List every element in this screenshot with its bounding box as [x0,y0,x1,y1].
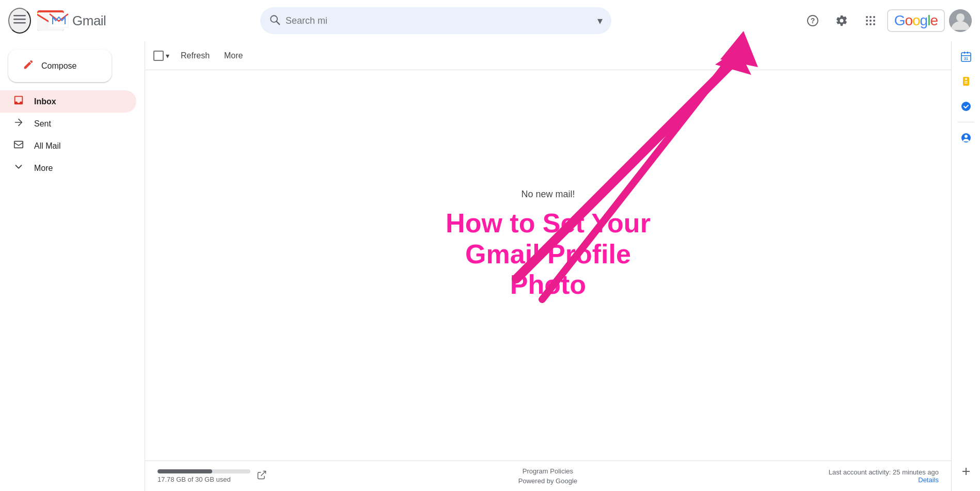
svg-rect-24 [967,52,968,54]
svg-rect-1 [13,19,26,20]
gmail-wordmark: Gmail [72,13,106,29]
search-input[interactable] [286,15,592,26]
footer-center: Program Policies Powered by Google [518,467,577,485]
sidebar-item-sent[interactable]: Sent [0,113,136,135]
svg-rect-30 [965,83,968,84]
search-icon [269,14,280,27]
svg-point-33 [965,135,968,138]
tasks-button[interactable] [955,95,977,118]
compose-button[interactable]: Compose [8,50,112,82]
gmail-logo: Gmail [37,10,106,31]
how-to-title: How to Set Your Gmail Profile Photo [446,208,651,300]
storage-text: 17.78 GB of 30 GB used [157,476,250,483]
svg-point-31 [961,102,971,111]
main-content-area: ▾ Refresh More No new mail! How to Set Y… [145,41,951,491]
svg-line-21 [261,471,265,476]
svg-rect-2 [13,22,26,24]
svg-rect-29 [965,81,968,82]
compose-icon [23,59,34,73]
svg-point-14 [873,20,875,22]
sidebar-item-inbox[interactable]: Inbox [0,90,136,113]
external-link-icon[interactable] [257,470,267,483]
svg-point-17 [873,23,875,25]
storage-fill [157,469,212,473]
compose-label: Compose [41,61,76,71]
avatar[interactable] [949,9,972,32]
svg-point-9 [866,16,868,18]
menu-button[interactable] [8,8,31,34]
svg-rect-0 [13,15,26,17]
last-activity-text: Last account activity: 25 minutes ago [829,468,939,476]
program-policies-link[interactable]: Program Policies [523,467,573,475]
svg-text:?: ? [810,17,815,25]
right-sidebar-divider [958,122,974,122]
svg-text:31: 31 [964,57,968,60]
svg-rect-23 [964,52,965,54]
inbox-label: Inbox [34,97,56,106]
allmail-icon [12,139,25,153]
svg-point-10 [870,16,872,18]
refresh-button[interactable]: Refresh [173,47,217,65]
allmail-label: All Mail [34,141,61,151]
footer-storage: 17.78 GB of 30 GB used [157,469,267,483]
header-actions: ? Google [800,8,972,33]
sent-icon [12,117,25,131]
no-mail-message: No new mail! [521,189,575,200]
settings-button[interactable] [829,8,854,33]
svg-line-6 [276,21,279,24]
header-left: Gmail [8,8,256,34]
inbox-icon [12,94,25,108]
search-bar[interactable]: ▾ [260,7,611,34]
body: Compose Inbox Sent [0,41,980,491]
sidebar: Compose Inbox Sent [0,41,145,491]
mail-content: No new mail! How to Set Your Gmail Profi… [145,70,951,461]
toolbar: ▾ Refresh More [145,41,951,70]
storage-bar [157,469,250,473]
select-dropdown-icon[interactable]: ▾ [166,52,169,60]
select-all-checkbox[interactable] [153,51,164,61]
right-sidebar: 31 [951,41,980,491]
svg-point-28 [965,78,967,80]
svg-point-12 [866,20,868,22]
svg-point-15 [866,23,868,25]
footer-activity: Last account activity: 25 minutes ago De… [829,468,939,484]
svg-rect-20 [14,141,23,148]
footer: 17.78 GB of 30 GB used Program Policies … [145,461,951,491]
apps-button[interactable] [858,8,883,33]
more-button[interactable]: More [217,47,250,65]
add-apps-button[interactable] [955,460,977,483]
sidebar-item-more[interactable]: More [0,157,136,179]
svg-point-19 [956,13,965,22]
google-branding[interactable]: Google [887,9,945,32]
svg-point-13 [870,20,872,22]
details-link[interactable]: Details [918,476,939,484]
header: Gmail ▾ ? [0,0,980,41]
contacts-button[interactable] [955,126,977,149]
more-label: More [34,164,53,173]
svg-rect-25 [961,55,971,56]
select-all-area[interactable]: ▾ [153,51,169,61]
help-button[interactable]: ? [800,8,825,33]
keep-button[interactable] [955,70,977,93]
sent-label: Sent [34,119,51,129]
svg-point-16 [870,23,872,25]
sidebar-item-allmail[interactable]: All Mail [0,135,136,157]
storage-bar-container: 17.78 GB of 30 GB used [157,469,250,483]
calendar-button[interactable]: 31 [955,45,977,68]
powered-by-google: Powered by Google [518,477,577,485]
search-dropdown-icon[interactable]: ▾ [597,14,603,27]
svg-point-11 [873,16,875,18]
more-chevron-icon [12,161,25,175]
